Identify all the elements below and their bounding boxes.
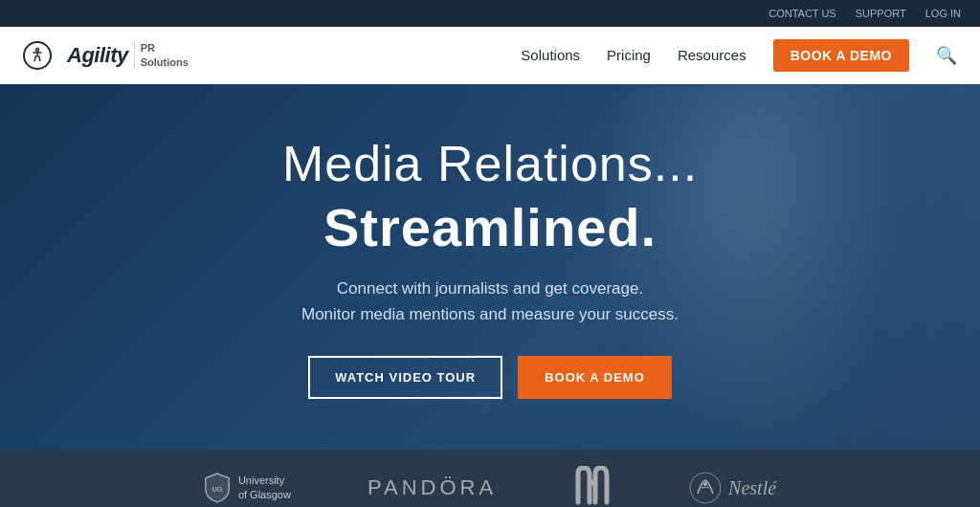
pandora-logo: PANDÖRA <box>368 475 497 500</box>
hero-section: Media Relations... Streamlined. Connect … <box>0 84 980 450</box>
university-of-glasgow-text: Universityof Glasgow <box>238 474 291 503</box>
svg-point-2 <box>690 473 721 503</box>
svg-point-3 <box>703 482 707 486</box>
logos-bar: UG Universityof Glasgow PANDÖRA Nestlé <box>0 450 980 507</box>
hero-subtitle: Connect with journalists and get coverag… <box>282 276 698 327</box>
search-icon[interactable]: 🔍 <box>936 45 957 66</box>
hero-title-light: Media Relations... <box>282 135 698 192</box>
svg-point-0 <box>36 48 39 51</box>
nestle-bird-icon <box>688 471 723 505</box>
hero-content: Media Relations... Streamlined. Connect … <box>282 135 698 399</box>
watch-video-button[interactable]: WATCH VIDEO TOUR <box>308 356 502 399</box>
book-demo-hero-button[interactable]: BOOK A DEMO <box>518 356 672 399</box>
hero-title-bold: Streamlined. <box>282 196 698 258</box>
logo-subtitle: PRSolutions <box>141 41 189 69</box>
nav-links: Solutions Pricing Resources BOOK A DEMO … <box>521 39 957 72</box>
contact-us-link[interactable]: CONTACT US <box>768 8 836 19</box>
log-in-link[interactable]: LOG IN <box>925 8 961 19</box>
mcdonalds-m-icon <box>573 466 612 506</box>
svg-text:UG: UG <box>212 485 222 494</box>
book-demo-nav-button[interactable]: BOOK A DEMO <box>773 39 909 72</box>
university-shield-icon: UG <box>204 472 231 504</box>
nestle-text: Nestlé <box>728 477 776 499</box>
nav-solutions[interactable]: Solutions <box>521 47 580 63</box>
logo-divider <box>134 42 135 69</box>
accessibility-button[interactable] <box>23 41 52 70</box>
nav-pricing[interactable]: Pricing <box>607 47 651 63</box>
logo[interactable]: Agility PRSolutions <box>23 41 189 70</box>
mcdonalds-logo <box>573 466 612 507</box>
support-link[interactable]: SUPPORT <box>856 8 906 19</box>
hero-buttons: WATCH VIDEO TOUR BOOK A DEMO <box>282 356 698 399</box>
nestle-logo: Nestlé <box>688 471 776 505</box>
university-of-glasgow-logo: UG Universityof Glasgow <box>204 472 291 504</box>
logo-brand: Agility <box>67 43 128 68</box>
nav-resources[interactable]: Resources <box>678 47 746 63</box>
pandora-text: PANDÖRA <box>368 475 497 499</box>
navbar: Agility PRSolutions Solutions Pricing Re… <box>0 27 980 84</box>
top-bar: CONTACT US SUPPORT LOG IN <box>0 0 980 27</box>
